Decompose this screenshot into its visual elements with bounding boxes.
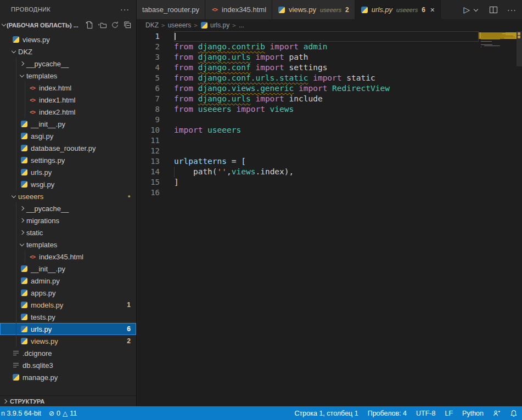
collapse-all-icon[interactable] xyxy=(124,21,132,29)
tree-item-settings.py[interactable]: settings.py xyxy=(0,154,136,166)
code-token: django.views.generic xyxy=(198,84,294,93)
tree-item-label: migrations xyxy=(26,217,59,225)
breadcrumb-item-...[interactable]: ... xyxy=(239,21,244,29)
refresh-icon[interactable] xyxy=(111,21,119,29)
run-python-file-icon[interactable]: ▷ xyxy=(463,5,470,15)
breadcrumb-item-useeers[interactable]: useeers xyxy=(168,21,192,29)
python-version-item[interactable]: n 3.9.5 64-bit xyxy=(1,410,41,417)
notifications-bell-icon[interactable] xyxy=(510,410,518,417)
tree-item-urls.py[interactable]: urls.py6 xyxy=(0,323,136,335)
feedback-icon[interactable] xyxy=(493,410,501,417)
minimap[interactable] xyxy=(479,31,517,49)
code-token: urlpatterns xyxy=(174,157,227,166)
tree-item-__init__.py[interactable]: __init__.py xyxy=(0,263,136,275)
line-number: 15 xyxy=(137,177,174,188)
tree-item-views.py[interactable]: views.py2 xyxy=(0,335,136,347)
code-line[interactable]: 3from django.urls import path xyxy=(137,52,522,63)
code-line[interactable]: 15] xyxy=(137,177,522,188)
tree-item-index1.html[interactable]: <>index1.html xyxy=(0,94,136,106)
code-line[interactable]: 7from django.urls import include xyxy=(137,94,522,104)
code-token: from xyxy=(174,42,198,51)
tab-tabase_roouter.py[interactable]: tabase_roouter.py xyxy=(137,0,205,19)
breadcrumb-item-urls.py[interactable]: urls.py xyxy=(200,21,229,29)
new-file-icon[interactable] xyxy=(86,21,94,29)
tree-item-label: wsgi.py xyxy=(31,180,54,189)
tree-item-index2.html[interactable]: <>index2.html xyxy=(0,106,136,118)
code-lines: 12from django.contrib import admin3from … xyxy=(137,31,522,198)
tree-item-templates[interactable]: templates xyxy=(0,70,136,82)
indent-guide xyxy=(25,251,25,263)
code-line[interactable]: 4from django.conf import settings xyxy=(137,63,522,73)
code-line[interactable]: 10import useeers xyxy=(137,125,522,135)
code-line[interactable]: 1 xyxy=(137,31,522,42)
run-dropdown-icon[interactable] xyxy=(474,7,478,11)
tree-item-static[interactable]: static xyxy=(0,226,136,239)
code-line[interactable]: 9 xyxy=(137,115,522,125)
status-item-пробелов-4[interactable]: Пробелов: 4 xyxy=(368,410,407,417)
html-icon: <> xyxy=(29,84,36,92)
error-icon: ⊘ xyxy=(49,410,54,417)
tree-item-models.py[interactable]: models.py1 xyxy=(0,299,136,311)
html-icon: <> xyxy=(29,96,36,104)
new-folder-icon[interactable] xyxy=(98,21,106,29)
split-editor-icon[interactable] xyxy=(490,7,497,13)
indent-guide xyxy=(16,323,16,335)
tree-item-index345.html[interactable]: <>index345.html xyxy=(0,251,136,263)
tree-item-admin.py[interactable]: admin.py xyxy=(0,275,136,287)
tree-item-__init__.py[interactable]: __init__.py xyxy=(0,118,136,130)
tree-item-DKZ[interactable]: DKZ xyxy=(0,46,136,58)
vscode-window: ПРОВОДНИК ··· (РАБОЧАЯ ОБЛАСТЬ) ... view… xyxy=(0,0,522,420)
python-icon xyxy=(361,6,368,14)
code-token: import xyxy=(251,94,289,103)
tab-urls.py[interactable]: urls.pyuseeers6× xyxy=(355,0,441,19)
status-item-строка-1-столбец-1[interactable]: Строка 1, столбец 1 xyxy=(295,410,358,417)
code-line[interactable]: 13urlpatterns = [ xyxy=(137,156,522,167)
html-icon: <> xyxy=(211,6,218,14)
code-line[interactable]: 16 xyxy=(137,188,522,198)
tree-item-__pycache__[interactable]: __pycache__ xyxy=(0,58,136,70)
code-line[interactable]: 14 path('',views.index), xyxy=(137,167,522,177)
tree-item-apps.py[interactable]: apps.py xyxy=(0,287,136,299)
tree-item-migrations[interactable]: migrations xyxy=(0,214,136,226)
tree-item-.dcignore[interactable]: .dcignore xyxy=(0,347,136,359)
code-line[interactable]: 11 xyxy=(137,135,522,146)
tree-item-index.html[interactable]: <>index.html xyxy=(0,82,136,94)
tree-item-manage.py[interactable]: manage.py xyxy=(0,371,136,383)
status-item-python[interactable]: Python xyxy=(462,410,484,417)
editor-more-actions-icon[interactable]: ··· xyxy=(507,5,517,14)
code-line[interactable]: 6from django.views.generic import Redire… xyxy=(137,83,522,94)
code-line[interactable]: 12 xyxy=(137,146,522,156)
breadcrumb-separator: > xyxy=(161,22,165,29)
code-line[interactable]: 5from django.conf.urls.static import sta… xyxy=(137,73,522,83)
status-item-utf-8[interactable]: UTF-8 xyxy=(416,410,435,417)
breadcrumb-item-DKZ[interactable]: DKZ xyxy=(145,21,159,29)
explorer-more-actions-icon[interactable]: ··· xyxy=(120,5,130,14)
tree-item-templates[interactable]: templates xyxy=(0,239,136,251)
tree-item-wsgi.py[interactable]: wsgi.py xyxy=(0,178,136,190)
tree-item-useeers[interactable]: useeers● xyxy=(0,190,136,202)
overview-ruler[interactable] xyxy=(517,31,522,406)
close-icon[interactable]: × xyxy=(430,5,435,14)
code-line[interactable]: 8from useeers import views xyxy=(137,104,522,115)
tree-item-db.sqlite3[interactable]: db.sqlite3 xyxy=(0,359,136,371)
tree-item-label: asgi.py xyxy=(31,132,53,140)
breadcrumb-label: useeers xyxy=(168,21,192,29)
tree-item-asgi.py[interactable]: asgi.py xyxy=(0,130,136,142)
code-editor[interactable]: 12from django.contrib import admin3from … xyxy=(137,31,522,406)
workspace-section-header[interactable]: (РАБОЧАЯ ОБЛАСТЬ) ... xyxy=(0,18,136,32)
tab-views.py[interactable]: views.pyuseeers2 xyxy=(272,0,355,19)
tree-item-tests.py[interactable]: tests.py xyxy=(0,311,136,323)
tree-item-views.py[interactable]: views.py xyxy=(0,33,136,46)
status-item-lf[interactable]: LF xyxy=(445,410,453,417)
outline-section-header[interactable]: СТРУКТУРА xyxy=(0,395,136,406)
tree-item-label: tests.py xyxy=(31,313,55,321)
indent-guide xyxy=(16,142,16,154)
code-line[interactable]: 2from django.contrib import admin xyxy=(137,42,522,52)
tab-index345.html[interactable]: <>index345.html xyxy=(205,0,272,19)
indent-guide xyxy=(16,94,16,106)
tree-item-database_roouter.py[interactable]: database_roouter.py xyxy=(0,142,136,154)
tree-item-urls.py[interactable]: urls.py xyxy=(0,166,136,178)
minimap-bar xyxy=(481,35,506,35)
tree-item-__pycache__[interactable]: __pycache__ xyxy=(0,202,136,214)
problems-item[interactable]: ⊘ 0 △ 11 xyxy=(49,410,77,417)
